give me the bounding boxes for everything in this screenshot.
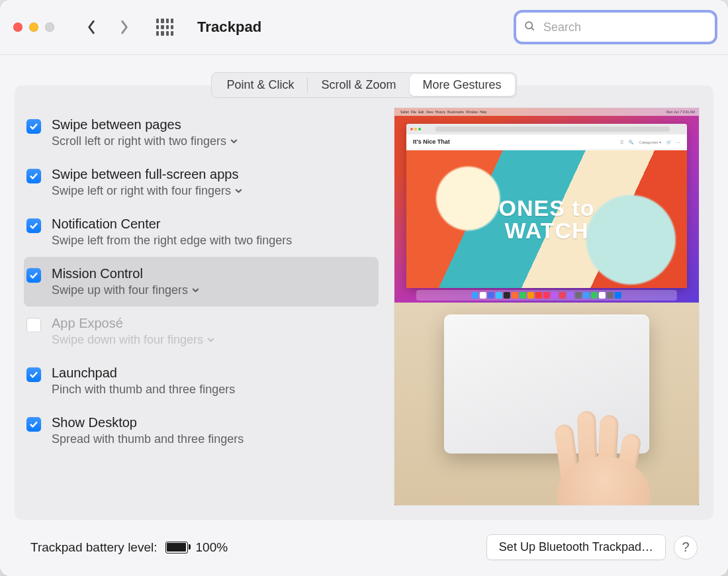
option-subtitle: Spread with thumb and three fingers	[52, 432, 244, 446]
preview-trackpad-area	[394, 303, 699, 505]
option-subtitle-dropdown[interactable]: Swipe up with four fingers	[52, 283, 199, 297]
preview-screen: SafariFileEditViewHistoryBookmarksWindow…	[394, 108, 699, 303]
options-list: Swipe between pagesScroll left or right …	[15, 108, 381, 505]
checkbox[interactable]	[26, 119, 41, 134]
search-field[interactable]	[516, 13, 715, 42]
option-subtitle-dropdown[interactable]: Scroll left or right with two fingers	[52, 134, 238, 148]
chevron-down-icon	[207, 336, 214, 344]
option-title: Swipe between full-screen apps	[52, 167, 242, 182]
option-title: Notification Center	[52, 216, 292, 232]
chevron-down-icon	[230, 138, 238, 145]
preview-browser-window: It's Nice That ☰🔍Categories ▾🛒⋯ ONES toW…	[406, 124, 687, 288]
option-row[interactable]: Swipe between full-screen appsSwipe left…	[24, 158, 379, 207]
search-input[interactable]	[542, 20, 707, 35]
checkbox[interactable]	[26, 169, 41, 183]
preview-menubar: SafariFileEditViewHistoryBookmarksWindow…	[394, 108, 699, 116]
setup-bluetooth-button[interactable]: Set Up Bluetooth Trackpad…	[486, 534, 666, 560]
option-subtitle-dropdown[interactable]: Swipe down with four fingers	[52, 333, 214, 347]
option-subtitle-dropdown[interactable]: Swipe left or right with four fingers	[52, 184, 242, 198]
gesture-preview: SafariFileEditViewHistoryBookmarksWindow…	[394, 108, 699, 505]
tab-point-and-click[interactable]: Point & Click	[213, 74, 307, 96]
checkbox[interactable]	[26, 268, 41, 283]
option-subtitle: Swipe left from the right edge with two …	[52, 234, 292, 248]
preview-hand	[537, 397, 657, 505]
checkbox[interactable]	[26, 417, 41, 432]
show-all-icon[interactable]	[156, 19, 173, 36]
tab-scroll-and-zoom[interactable]: Scroll & Zoom	[308, 74, 409, 96]
search-icon	[524, 21, 535, 34]
help-button[interactable]: ?	[674, 536, 698, 559]
system-preferences-window: Trackpad Point & Click Scroll & Zoom Mor…	[0, 0, 728, 576]
preview-dock	[416, 290, 677, 301]
option-title: Swipe between pages	[52, 117, 238, 132]
battery-percent: 100%	[196, 540, 228, 555]
checkbox[interactable]	[26, 367, 41, 382]
option-row[interactable]: App ExposéSwipe down with four fingers	[24, 307, 379, 356]
back-button[interactable]	[81, 17, 102, 38]
toolbar: Trackpad	[0, 0, 728, 55]
preview-hero-text: ONES toWATCH	[499, 197, 595, 242]
close-button[interactable]	[13, 23, 23, 32]
option-row[interactable]: Notification CenterSwipe left from the r…	[24, 207, 379, 257]
content-area: Point & Click Scroll & Zoom More Gesture…	[0, 55, 728, 576]
option-row[interactable]: LaunchpadPinch with thumb and three fing…	[24, 356, 379, 406]
chevron-down-icon	[235, 187, 242, 195]
tab-more-gestures[interactable]: More Gestures	[410, 74, 515, 96]
option-title: Launchpad	[52, 365, 235, 381]
preview-site-logo: It's Nice That	[413, 138, 450, 145]
zoom-button-disabled	[45, 23, 54, 32]
option-title: Show Desktop	[52, 415, 244, 430]
footer: Trackpad battery level: 100% Set Up Blue…	[15, 520, 713, 576]
window-title: Trackpad	[197, 19, 261, 36]
option-row[interactable]: Mission ControlSwipe up with four finger…	[24, 257, 379, 307]
checkbox[interactable]	[26, 218, 41, 233]
tab-bar: Point & Click Scroll & Zoom More Gesture…	[15, 72, 713, 98]
chevron-down-icon	[192, 287, 199, 294]
svg-point-0	[525, 22, 532, 28]
option-row[interactable]: Swipe between pagesScroll left or right …	[24, 108, 379, 158]
checkbox[interactable]	[26, 318, 41, 332]
settings-panel: Swipe between pagesScroll left or right …	[15, 85, 713, 520]
window-controls	[13, 23, 54, 32]
battery-label: Trackpad battery level:	[30, 540, 158, 555]
option-title: Mission Control	[52, 266, 199, 281]
forward-button-disabled	[114, 17, 135, 38]
option-subtitle: Pinch with thumb and three fingers	[52, 383, 235, 397]
minimize-button[interactable]	[29, 23, 38, 32]
option-title: App Exposé	[52, 316, 214, 331]
option-row[interactable]: Show DesktopSpread with thumb and three …	[24, 406, 379, 456]
nav-arrows	[81, 17, 135, 38]
battery-icon	[165, 542, 188, 553]
